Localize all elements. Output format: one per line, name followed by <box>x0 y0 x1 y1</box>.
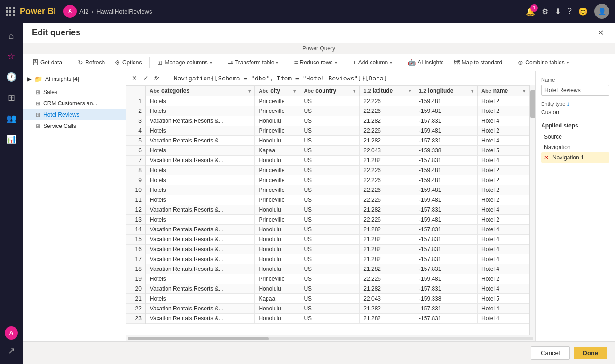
table-cell: Hotels <box>146 106 255 116</box>
formula-cancel-button[interactable]: ✕ <box>130 73 139 83</box>
step-navigation[interactable]: Navigation ⚙ <box>541 142 609 152</box>
group-label: AI insights [4] <box>45 76 79 82</box>
col-header-rownum <box>126 86 146 96</box>
sidebar-item-shared[interactable]: 👥 <box>2 109 21 128</box>
filter-btn-city[interactable]: ▾ <box>293 88 296 94</box>
map-icon: 🗺 <box>453 59 460 66</box>
type-icon-latitude: 1.2 <box>363 88 371 94</box>
filter-btn-name[interactable]: ▾ <box>523 88 525 94</box>
table-cell: -157.831 <box>415 304 478 314</box>
table-cell: Hotel 2 <box>477 274 529 284</box>
map-to-standard-button[interactable]: 🗺 Map to standard <box>449 57 506 68</box>
feedback-button[interactable]: 😊 <box>578 7 588 16</box>
sidebar-item-external[interactable]: ↗ <box>2 341 21 360</box>
table-cell: US <box>300 245 360 254</box>
col-label-categories: categories <box>161 87 189 94</box>
table-cell: US <box>300 156 360 166</box>
row-number: 12 <box>126 205 146 215</box>
table-row: 19HotelsPrincevilleUS22.226-159.481Hotel… <box>126 274 529 284</box>
sidebar-item-recent[interactable]: 🕐 <box>2 68 21 87</box>
vertical-scrollbar[interactable] <box>529 85 535 335</box>
transform-table-button[interactable]: ⇄ Transform table ▾ <box>224 57 283 68</box>
table-cell: Honolulu <box>255 225 300 235</box>
sidebar-item-apps[interactable]: ⊞ <box>2 88 21 107</box>
query-item-crm[interactable]: ⊞ CRM Customers an... <box>23 98 126 109</box>
query-item-hotel-reviews[interactable]: ⊞ Hotel Reviews <box>23 109 126 120</box>
name-input[interactable] <box>541 85 609 96</box>
table-cell: Hotel 4 <box>477 304 529 314</box>
query-group-header[interactable]: ▶ 📁 AI insights [4] <box>23 71 126 87</box>
table-cell: Princeville <box>255 274 300 284</box>
table-icon-service: ⊞ <box>36 123 40 129</box>
table-cell: 22.043 <box>360 146 415 156</box>
sidebar-item-favorites[interactable]: ☆ <box>2 47 21 66</box>
fx-label: fx <box>154 75 159 82</box>
formula-actions: ✕ ✓ <box>130 73 150 83</box>
step-source[interactable]: Source ⚙ <box>541 132 609 142</box>
ai-insights-button[interactable]: 🤖 AI insights <box>404 57 447 68</box>
cancel-button[interactable]: Cancel <box>531 346 569 360</box>
col-header-longitude: 1.2 longitude ▾ <box>415 86 478 96</box>
table-cell: Vacation Rentals,Resorts &... <box>146 284 255 294</box>
download-button[interactable]: ⬇ <box>555 7 561 16</box>
query-panel: ▶ 📁 AI insights [4] ⊞ Sales ⊞ CRM Custom… <box>23 71 126 341</box>
table-cell: -159.338 <box>415 146 478 156</box>
table-row: 16Vacation Rentals,Resorts &...HonoluluU… <box>126 245 529 254</box>
table-cell: Hotel 4 <box>477 235 529 245</box>
applied-steps-title: Applied steps <box>541 122 609 129</box>
row-number: 4 <box>126 126 146 136</box>
grid-icon[interactable] <box>6 7 15 16</box>
sidebar-item-home[interactable]: ⌂ <box>2 26 21 45</box>
step-navigation-1[interactable]: ✕ Navigation 1 ⚙ <box>541 152 609 163</box>
content-row: ▶ 📁 AI insights [4] ⊞ Sales ⊞ CRM Custom… <box>23 71 615 341</box>
sidebar-item-metrics[interactable]: 📊 <box>2 130 21 149</box>
help-button[interactable]: ? <box>568 7 572 16</box>
done-button[interactable]: Done <box>574 347 608 359</box>
table-cell: 21.282 <box>360 136 415 146</box>
table-cell: Hotels <box>146 215 255 225</box>
table-cell: Hotel 4 <box>477 254 529 264</box>
options-button[interactable]: ⚙ Options <box>110 57 145 68</box>
table-cell: 21.282 <box>360 304 415 314</box>
refresh-button[interactable]: ↻ Refresh <box>74 57 109 68</box>
filter-btn-country[interactable]: ▾ <box>353 88 355 94</box>
formula-expression[interactable]: Navigation{[Schema = "dbo", Item = "Hote… <box>174 75 387 82</box>
add-column-button[interactable]: + Add column ▾ <box>349 57 396 68</box>
table-cell: Princeville <box>255 126 300 136</box>
filter-btn-longitude[interactable]: ▾ <box>471 88 473 94</box>
table-cell: Hotel 5 <box>477 294 529 304</box>
query-item-sales[interactable]: ⊞ Sales <box>23 87 126 98</box>
table-cell: Honolulu <box>255 245 300 254</box>
notifications-button[interactable]: 🔔 1 <box>526 7 535 16</box>
project-label: HawaiiHotelReviews <box>96 8 152 15</box>
table-cell: 21.282 <box>360 116 415 126</box>
filter-btn-categories[interactable]: ▾ <box>248 88 251 94</box>
table-row: 2HotelsPrincevilleUS22.226-159.481Hotel … <box>126 106 529 116</box>
close-dialog-button[interactable]: ✕ <box>596 27 606 38</box>
database-icon: 🗄 <box>32 59 39 66</box>
table-cell: -157.831 <box>415 136 478 146</box>
table-cell: US <box>300 304 360 314</box>
formula-confirm-button[interactable]: ✓ <box>141 73 150 83</box>
settings-button[interactable]: ⚙ <box>542 7 548 16</box>
sidebar-item-user[interactable]: A <box>5 326 18 340</box>
query-item-service-calls[interactable]: ⊞ Service Calls <box>23 120 126 132</box>
separator-3 <box>220 57 220 68</box>
combine-tables-button[interactable]: ⊕ Combine tables ▾ <box>514 57 572 68</box>
step-delete-icon[interactable]: ✕ <box>544 154 549 161</box>
table-cell: US <box>300 205 360 215</box>
user-avatar[interactable]: 👤 <box>594 4 609 19</box>
horizontal-scrollbar[interactable] <box>126 335 535 341</box>
manage-columns-button[interactable]: ⊞ Manage columns ▾ <box>153 57 215 68</box>
table-cell: 21.282 <box>360 205 415 215</box>
row-number: 19 <box>126 274 146 284</box>
hscroll-track <box>128 337 533 340</box>
get-data-button[interactable]: 🗄 Get data <box>28 57 66 68</box>
filter-btn-latitude[interactable]: ▾ <box>409 88 411 94</box>
reduce-rows-button[interactable]: ≡ Reduce rows ▾ <box>290 57 340 68</box>
separator-7 <box>510 57 510 68</box>
power-query-label: Power Query <box>23 43 615 54</box>
table-cell: Vacation Rentals,Resorts &... <box>146 136 255 146</box>
table-cell: Kapaa <box>255 146 300 156</box>
table-cell: -157.831 <box>415 156 478 166</box>
